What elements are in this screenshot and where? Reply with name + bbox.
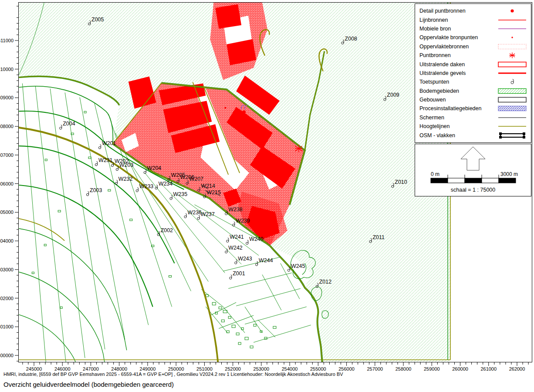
y-axis-tick-label: 609000 <box>0 95 14 100</box>
page: Z005Z008Z009Z004Z010Z003Z002Z011Z001Z012… <box>0 0 534 392</box>
x-axis-tick-label: 259000 <box>424 366 440 372</box>
legend-item-label: Procesinstallatiegebieden <box>419 105 497 112</box>
y-axis-tick-label: 605000 <box>0 210 14 215</box>
legend-item: Oppervlaktebronnen <box>419 42 531 51</box>
map-point-label-W215: W215 <box>206 189 221 196</box>
legend-item-symbol-line <box>497 17 527 24</box>
legend-item: Oppervlakte bronpunten <box>419 33 531 42</box>
legend-item-symbol-rect <box>497 61 527 68</box>
x-axis-tick-label: 249000 <box>140 366 156 372</box>
map-point-label-Z003: Z003 <box>90 187 102 193</box>
map-point-label-W243: W243 <box>238 256 252 262</box>
legend-item-symbol-point-small <box>497 34 527 41</box>
y-axis-tick-label: 607000 <box>0 152 14 158</box>
legend-item-label: Oppervlaktebronnen <box>419 44 497 50</box>
scale-min-label: 0 m <box>431 171 439 177</box>
legend-item-label: Schermen <box>419 115 497 121</box>
footer-text: HMRI, industrie, [6559 def BP GVP Eemsha… <box>3 372 343 377</box>
map-point-label-W240: W240 <box>249 236 264 242</box>
legend-item: OSM - vlakken <box>419 131 531 139</box>
legend-item-symbol-asterisk <box>497 52 527 59</box>
legend-item-symbol-toetspunt <box>497 78 527 85</box>
oppervlakte-bronpunt-icon <box>224 107 226 108</box>
map-point-label-Z010: Z010 <box>395 179 407 185</box>
legend-item: Uitstralende daken <box>419 60 531 68</box>
scale-text: schaal = 1 : 75000 <box>415 187 531 193</box>
x-axis-tick-label: 247000 <box>83 366 99 372</box>
map-point-label-W204: W204 <box>147 165 162 171</box>
map-point-label-Z008: Z008 <box>345 36 357 42</box>
north-arrow-icon <box>461 147 485 170</box>
scale-max-label: 3000 m <box>500 171 518 177</box>
y-axis-tick-label: 611000 <box>0 38 14 43</box>
map-point-label-W201: W201 <box>102 140 116 146</box>
map-point-label-W236: W236 <box>187 210 202 216</box>
x-axis-tick-label: 257000 <box>367 366 383 372</box>
map-point-label-W234: W234 <box>159 181 173 187</box>
legend-item: Procesinstallatiegebieden <box>419 104 531 113</box>
x-axis-tick-label: 245000 <box>26 366 42 372</box>
map-point-label-Z004: Z004 <box>63 121 75 127</box>
map-point-label-Z001: Z001 <box>233 270 245 277</box>
legend-item-label: Uitstralende gevels <box>419 70 497 76</box>
x-axis-tick-label: 250000 <box>168 366 184 372</box>
legend-item-symbol-hatch-blue <box>497 105 527 112</box>
x-axis-tick-label: 256000 <box>338 366 355 372</box>
y-axis-tick-label: 610000 <box>0 67 14 72</box>
x-axis-tick-label: 253000 <box>253 366 270 372</box>
detail-puntbron-icon <box>242 110 246 114</box>
x-axis-tick-label: 261000 <box>480 366 497 372</box>
map-point-label-Z005: Z005 <box>91 17 104 23</box>
legend-item-symbol-rect-dotted <box>497 43 527 50</box>
legend-item-symbol-line <box>497 25 527 32</box>
y-axis-tick-label: 603000 <box>0 267 14 272</box>
legend-item-label: Lijnbronnen <box>419 17 497 23</box>
legend-item-symbol-hatch-green <box>497 88 527 95</box>
map-point-label-W238: W238 <box>228 206 243 213</box>
legend-item-label: Mobiele bron <box>419 26 497 32</box>
legend-item-label: Detail puntbronnen <box>419 8 497 14</box>
legend-item: Toetspunten <box>419 78 531 86</box>
legend-item-symbol-rect <box>497 96 527 103</box>
map-point-label-Z002: Z002 <box>161 227 173 233</box>
legend-item-label: Uitstralende daken <box>419 61 497 68</box>
y-axis-tick-label: 601000 <box>0 324 14 329</box>
map-point-label-W231: W231 <box>98 157 113 163</box>
legend-item-label: Hoogtelijnen <box>419 123 497 129</box>
map-point-label-Z009: Z009 <box>387 92 399 98</box>
scale-panel: 0 m 3000 m schaal = 1 : 75000 <box>415 144 531 196</box>
legend-item: Lijnbronnen <box>419 15 531 24</box>
x-axis-tick-label: 262000 <box>509 366 525 372</box>
map-point-label-W244: W244 <box>259 257 273 264</box>
map-point-label-W242: W242 <box>228 245 243 251</box>
map-point-label-Z012: Z012 <box>319 279 331 285</box>
legend-item-label: Oppervlakte bronpunten <box>419 34 497 41</box>
page-title: Overzicht geluidverdeelmodel (bodemgebie… <box>3 381 174 388</box>
y-axis-tick-label: 608000 <box>0 124 14 129</box>
x-axis-tick-label: 246000 <box>54 366 71 372</box>
map-point-label-W241: W241 <box>230 234 244 240</box>
map-point-label-W235: W235 <box>173 191 188 197</box>
map-point-label-Z011: Z011 <box>372 234 385 240</box>
legend-item-symbol-line-thick <box>497 70 527 77</box>
x-axis-tick-label: 260000 <box>452 366 468 372</box>
y-axis-tick-label: 606000 <box>0 181 14 186</box>
legend-item-label: Gebouwen <box>419 97 497 103</box>
legend-item: Bodemgebieden <box>419 87 531 95</box>
x-axis-tick-label: 258000 <box>395 366 412 372</box>
y-axis-tick-label: 602000 <box>0 296 14 301</box>
legend-item-label: OSM - vlakken <box>419 132 497 139</box>
legend-item-symbol-line <box>497 114 527 121</box>
x-axis-tick-label: 255000 <box>310 366 326 372</box>
map-point-label-W232: W232 <box>118 176 133 182</box>
legend-item: Puntbronnen <box>419 51 531 60</box>
x-axis-tick-label: 248000 <box>111 366 127 372</box>
legend-item: Uitstralende gevels <box>419 69 531 78</box>
x-axis-tick-label: 251000 <box>196 366 213 372</box>
map-point-label-W239: W239 <box>236 218 250 224</box>
legend-item: Mobiele bron <box>419 24 531 33</box>
map-point-label-W245: W245 <box>291 263 305 269</box>
legend-item-symbol-osm <box>497 132 527 139</box>
y-axis-tick-label: 600000 <box>0 353 14 358</box>
map-point-label-W233: W233 <box>139 183 154 189</box>
